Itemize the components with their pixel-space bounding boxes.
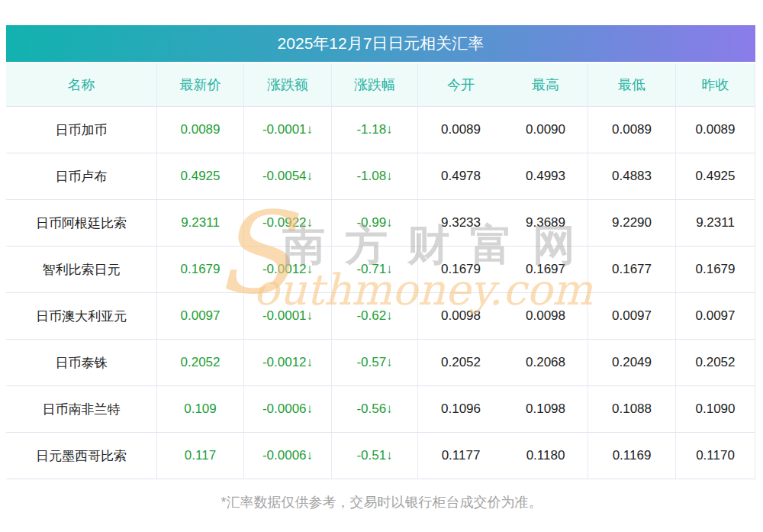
pair-name: 日币泰铢 [6, 340, 157, 385]
change-amount: -0.0001↓ [244, 107, 332, 153]
open-price: 0.4978 [418, 153, 504, 199]
page-title: 2025年12月7日日元相关汇率 [278, 33, 485, 54]
low-price: 0.0089 [588, 107, 676, 153]
low-price: 0.1677 [588, 247, 676, 292]
pair-name: 日币阿根廷比索 [6, 200, 157, 246]
pair-name: 日元墨西哥比索 [6, 433, 157, 479]
table-row: 日币泰铢 0.2052 -0.0012↓ -0.57↓ 0.2052 0.206… [6, 340, 755, 386]
open-price: 0.1096 [418, 386, 504, 432]
low-price: 9.2290 [588, 200, 676, 246]
high-price: 0.0098 [504, 293, 588, 339]
change-percent: -0.56↓ [332, 386, 418, 432]
last-price: 0.109 [157, 386, 244, 432]
disclaimer-text: *汇率数据仅供参考，交易时以银行柜台成交价为准。 [0, 493, 763, 511]
column-header-name: 名称 [6, 63, 157, 106]
prev-close: 0.1090 [676, 386, 755, 432]
change-amount: -0.0012↓ [244, 340, 332, 385]
table-title-bar: 2025年12月7日日元相关汇率 [6, 25, 755, 62]
high-price: 9.3689 [504, 200, 588, 246]
change-percent: -1.08↓ [332, 153, 418, 199]
column-header-high: 最高 [504, 63, 588, 106]
change-percent: -0.62↓ [332, 293, 418, 339]
prev-close: 0.0089 [676, 107, 755, 153]
change-amount: -0.0001↓ [244, 293, 332, 339]
pair-name: 日币澳大利亚元 [6, 293, 157, 339]
change-amount: -0.0054↓ [244, 153, 332, 199]
prev-close: 0.1679 [676, 247, 755, 292]
pair-name: 日币卢布 [6, 153, 157, 199]
change-amount: -0.0006↓ [244, 386, 332, 432]
last-price: 0.2052 [157, 340, 244, 385]
pair-name: 日币加币 [6, 107, 157, 153]
change-percent: -0.57↓ [332, 340, 418, 385]
change-amount: -0.0922↓ [244, 200, 332, 246]
exchange-rate-page: 2025年12月7日日元相关汇率 名称 最新价 涨跌额 涨跌幅 今开 最高 最低… [0, 0, 763, 532]
open-price: 0.2052 [418, 340, 504, 385]
prev-close: 0.1170 [676, 433, 755, 479]
column-header-last: 最新价 [157, 63, 244, 106]
last-price: 0.0089 [157, 107, 244, 153]
high-price: 0.4993 [504, 153, 588, 199]
column-header-low: 最低 [588, 63, 676, 106]
pair-name: 日币南非兰特 [6, 386, 157, 432]
high-price: 0.2068 [504, 340, 588, 385]
low-price: 0.2049 [588, 340, 676, 385]
last-price: 0.4925 [157, 153, 244, 199]
high-price: 0.1697 [504, 247, 588, 292]
change-percent: -0.71↓ [332, 247, 418, 292]
low-price: 0.4883 [588, 153, 676, 199]
low-price: 0.1169 [588, 433, 676, 479]
change-percent: -0.51↓ [332, 433, 418, 479]
prev-close: 0.4925 [676, 153, 755, 199]
pair-name: 智利比索日元 [6, 247, 157, 292]
table-header-row: 名称 最新价 涨跌额 涨跌幅 今开 最高 最低 昨收 [6, 63, 755, 107]
low-price: 0.1088 [588, 386, 676, 432]
high-price: 0.1180 [504, 433, 588, 479]
table-row: 智利比索日元 0.1679 -0.0012↓ -0.71↓ 0.1679 0.1… [6, 247, 755, 293]
table-row: 日币卢布 0.4925 -0.0054↓ -1.08↓ 0.4978 0.499… [6, 153, 755, 200]
last-price: 0.117 [157, 433, 244, 479]
change-percent: -0.99↓ [332, 200, 418, 246]
open-price: 0.1177 [418, 433, 504, 479]
last-price: 0.1679 [157, 247, 244, 292]
open-price: 0.0098 [418, 293, 504, 339]
open-price: 9.3233 [418, 200, 504, 246]
table-row: 日元墨西哥比索 0.117 -0.0006↓ -0.51↓ 0.1177 0.1… [6, 433, 755, 479]
change-percent: -1.18↓ [332, 107, 418, 153]
table-row: 日币南非兰特 0.109 -0.0006↓ -0.56↓ 0.1096 0.10… [6, 386, 755, 433]
high-price: 0.0090 [504, 107, 588, 153]
last-price: 9.2311 [157, 200, 244, 246]
column-header-prev: 昨收 [676, 63, 755, 106]
column-header-open: 今开 [418, 63, 504, 106]
last-price: 0.0097 [157, 293, 244, 339]
column-header-pct: 涨跌幅 [332, 63, 418, 106]
table-row: 日币阿根廷比索 9.2311 -0.0922↓ -0.99↓ 9.3233 9.… [6, 200, 755, 247]
table-row: 日币加币 0.0089 -0.0001↓ -1.18↓ 0.0089 0.009… [6, 107, 755, 153]
column-header-change: 涨跌额 [244, 63, 332, 106]
open-price: 0.1679 [418, 247, 504, 292]
change-amount: -0.0006↓ [244, 433, 332, 479]
change-amount: -0.0012↓ [244, 247, 332, 292]
open-price: 0.0089 [418, 107, 504, 153]
low-price: 0.0097 [588, 293, 676, 339]
table-row: 日币澳大利亚元 0.0097 -0.0001↓ -0.62↓ 0.0098 0.… [6, 293, 755, 340]
exchange-rate-table: 名称 最新价 涨跌额 涨跌幅 今开 最高 最低 昨收 日币加币 0.0089 -… [6, 63, 755, 479]
high-price: 0.1098 [504, 386, 588, 432]
prev-close: 0.2052 [676, 340, 755, 385]
prev-close: 9.2311 [676, 200, 755, 246]
prev-close: 0.0097 [676, 293, 755, 339]
